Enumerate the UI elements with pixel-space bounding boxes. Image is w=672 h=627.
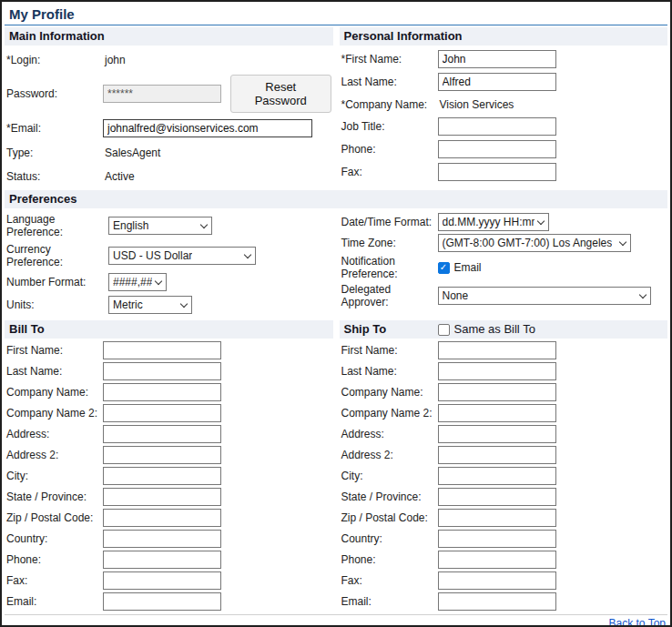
bill-to-field-input[interactable] (103, 551, 221, 569)
time-zone-value: (GMT-8:00 GMT-7:00) Los Angeles (443, 237, 613, 249)
units-row: Units: Metric (6, 296, 331, 314)
bill-to-field-input[interactable] (103, 592, 221, 611)
main-information-section: Main Information *Login: john Password: … (5, 25, 333, 185)
ship-to-field-input[interactable] (438, 488, 556, 506)
ship-to-field-label: City: (341, 470, 438, 482)
ship-to-field-row: Last Name: (341, 362, 667, 380)
type-value: SalesAgent (103, 147, 160, 159)
last-name-row: Last Name: (341, 73, 667, 91)
ship-to-field-input[interactable] (438, 425, 556, 443)
ship-to-field-input[interactable] (438, 362, 556, 380)
phone-input[interactable] (438, 140, 556, 158)
number-format-value: ####,## (113, 276, 152, 288)
ship-to-field-label: Phone: (341, 553, 438, 566)
bill-to-field-input[interactable] (103, 383, 221, 401)
time-zone-select[interactable]: (GMT-8:00 GMT-7:00) Los Angeles (438, 234, 631, 252)
ship-to-field-row: State / Province: (341, 488, 667, 506)
bill-to-field-input[interactable] (103, 571, 221, 590)
bill-to-field-input[interactable] (103, 362, 221, 380)
bill-to-field-row: First Name: (6, 341, 331, 359)
chevron-down-icon (618, 238, 626, 245)
job-title-input[interactable] (438, 117, 556, 136)
bill-to-field-label: Company Name: (6, 386, 103, 399)
bill-to-field-input[interactable] (103, 425, 221, 443)
ship-to-field-row: Company Name: (341, 383, 667, 401)
ship-to-field-row: Address 2: (341, 446, 667, 464)
same-as-bill-to-checkbox[interactable] (438, 324, 450, 336)
currency-preference-value: USD - US Dollar (113, 249, 192, 262)
bill-to-field-input[interactable] (103, 341, 221, 359)
ship-to-field-input[interactable] (438, 383, 556, 401)
phone-row: Phone: (341, 140, 667, 158)
currency-preference-select[interactable]: USD - US Dollar (108, 247, 256, 265)
bill-to-field-row: City: (6, 467, 331, 485)
last-name-input[interactable] (438, 73, 556, 91)
status-label: Status: (6, 170, 103, 183)
bill-to-field-row: Zip / Postal Code: (6, 509, 331, 527)
page-title: My Profile (5, 4, 667, 25)
status-row: Status: Active (6, 167, 331, 185)
units-value: Metric (113, 298, 143, 311)
ship-to-field-input[interactable] (438, 571, 556, 590)
ship-to-field-input[interactable] (438, 509, 556, 527)
ship-to-field-row: Country: (341, 530, 667, 548)
bill-to-section: Bill To First Name: Last Name: Company N… (5, 319, 333, 611)
same-as-bill-to-label: Same as Bill To (454, 323, 535, 336)
my-profile-page: My Profile Main Information *Login: john… (0, 0, 672, 627)
ship-to-field-label: Last Name: (341, 365, 438, 378)
ship-to-field-label: State / Province: (341, 490, 438, 503)
ship-to-field-label: First Name: (341, 344, 438, 357)
ship-to-field-input[interactable] (438, 446, 556, 464)
chevron-down-icon (155, 277, 162, 284)
email-row: *Email: (6, 119, 331, 137)
bill-to-field-input[interactable] (103, 530, 221, 548)
ship-to-field-row: Fax: (341, 571, 667, 590)
email-label: *Email: (6, 122, 103, 135)
ship-to-field-input[interactable] (438, 404, 556, 422)
bill-to-field-input[interactable] (103, 488, 221, 506)
number-format-row: Number Format: ####,## (6, 273, 331, 291)
bill-to-field-input[interactable] (103, 446, 221, 464)
ship-to-field-input[interactable] (438, 341, 556, 359)
email-input[interactable] (103, 119, 312, 137)
delegated-approver-label: Delegated Approver: (341, 283, 438, 308)
top-sections: Main Information *Login: john Password: … (5, 25, 667, 185)
ship-to-field-input[interactable] (438, 551, 556, 569)
bill-to-field-input[interactable] (103, 404, 221, 422)
bill-to-field-label: First Name: (6, 344, 103, 357)
ship-to-field-row: Company Name 2: (341, 404, 667, 422)
ship-to-field-label: Fax: (341, 574, 438, 587)
bill-to-field-input[interactable] (103, 509, 221, 527)
first-name-row: *First Name: (341, 50, 667, 68)
ship-to-field-label: Company Name: (341, 386, 438, 399)
currency-preference-row: Currency Preference: USD - US Dollar (6, 243, 331, 268)
datetime-format-select[interactable]: dd.MM.yyyy HH:mm (438, 213, 549, 231)
ship-to-field-label: Address: (341, 428, 438, 440)
back-to-top-link[interactable]: Back to Top (609, 617, 666, 627)
ship-to-field-input[interactable] (438, 592, 556, 611)
bill-to-field-row: Company Name: (6, 383, 331, 401)
delegated-approver-value: None (443, 289, 469, 302)
delegated-approver-select[interactable]: None (438, 287, 651, 305)
first-name-input[interactable] (438, 50, 556, 68)
fax-input[interactable] (438, 163, 556, 181)
reset-password-button[interactable]: Reset Password (230, 75, 331, 113)
ship-to-field-label: Email: (341, 595, 438, 608)
type-label: Type: (6, 147, 103, 159)
bill-to-field-row: Address 2: (6, 446, 331, 464)
language-preference-select[interactable]: English (108, 217, 212, 235)
chevron-down-icon (536, 217, 544, 224)
ship-to-field-label: Zip / Postal Code: (341, 511, 438, 524)
bill-to-field-label: Zip / Postal Code: (6, 511, 103, 524)
email-notification-checkbox[interactable]: ✓ (438, 262, 450, 274)
check-icon: ✓ (440, 263, 447, 272)
bill-to-field-label: City: (6, 470, 103, 482)
ship-to-field-input[interactable] (438, 530, 556, 548)
ship-to-field-input[interactable] (438, 467, 556, 485)
bill-to-field-input[interactable] (103, 467, 221, 485)
number-format-select[interactable]: ####,## (108, 273, 167, 291)
datetime-format-row: Date/Time Format: dd.MM.yyyy HH:mm (341, 213, 667, 231)
units-select[interactable]: Metric (108, 296, 192, 314)
bill-to-field-row: Phone: (6, 551, 331, 569)
login-row: *Login: john (6, 51, 331, 68)
